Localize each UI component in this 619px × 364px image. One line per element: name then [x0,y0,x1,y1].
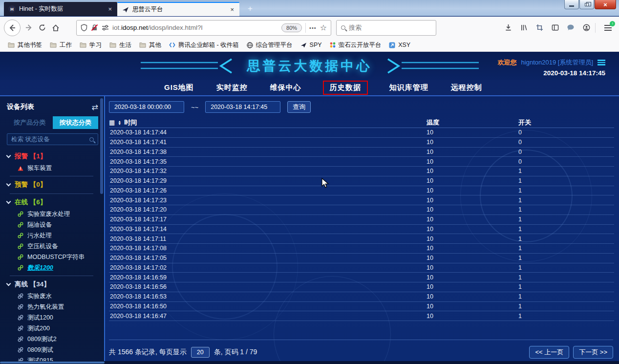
close-window-button[interactable]: × [595,0,616,9]
table-row[interactable]: 2020-03-18 14:17:08101 [109,244,614,254]
table-row[interactable]: 2020-03-18 14:17:02101 [109,263,614,273]
sidebar-scrollbar-thumb[interactable] [100,98,103,194]
device-item[interactable]: 数采1200 [7,262,98,273]
horizontal-scrollbar[interactable] [0,361,619,364]
bookmark-item[interactable]: 综合管理平台 [244,40,296,51]
table-row[interactable]: 2020-03-18 14:17:05101 [109,254,614,263]
horizontal-scrollbar-thumb[interactable] [0,362,105,364]
device-group-header[interactable]: 在线 【6】 [7,196,98,209]
menu-icon[interactable]: ↑ [600,21,615,35]
list-menu-icon[interactable] [598,60,605,65]
swap-icon[interactable]: ⇄ [92,103,98,112]
device-item[interactable]: 空压机设备 [7,241,98,252]
library-icon[interactable] [517,21,531,35]
device-group-header[interactable]: 报警 【1】 [7,150,98,163]
bookmark-item[interactable]: 腾讯企业邮箱 - 收件箱 [166,40,242,51]
restore-button[interactable] [579,0,594,9]
bookmark-item[interactable]: 其他 [136,40,164,51]
screenshot-icon[interactable] [533,21,546,35]
app-nav-item[interactable]: 历史数据 [323,81,368,95]
device-item[interactable]: 0809测试 [7,344,98,355]
bookmark-item[interactable]: SPY [298,40,325,50]
bookmark-item[interactable]: 生活 [107,40,134,51]
column-header-temperature[interactable]: 温度 [427,118,439,127]
end-datetime-input[interactable]: 2020-03-18 14:17:45 [205,101,280,113]
download-icon[interactable] [501,21,515,35]
column-header-switch[interactable]: 开关 [518,118,531,127]
table-row[interactable]: 2020-03-18 14:17:20101 [109,205,614,215]
bookmark-item[interactable]: 萤石云开放平台 [327,40,384,51]
insecure-lock-icon[interactable] [91,24,98,31]
table-row[interactable]: 2020-03-18 14:16:47101 [109,311,614,321]
zoom-level-badge[interactable]: 80% [281,23,302,32]
app-nav-item[interactable]: 维保中心 [269,81,302,94]
logged-in-user[interactable]: hignton2019 [系统管理员] [521,58,593,67]
device-group-header[interactable]: 预警 【0】 [7,178,98,191]
device-item[interactable]: 测试200 [7,323,98,334]
device-item[interactable]: 测试1200 [7,312,98,323]
back-icon[interactable] [4,20,21,36]
search-input[interactable]: 搜索 [336,20,436,36]
bookmark-star-icon[interactable]: ☆ [320,23,327,32]
permissions-icon[interactable] [102,24,109,31]
bookmark-item[interactable]: 学习 [77,40,105,51]
device-item[interactable]: 实验室废水处理 [7,209,98,219]
table-row[interactable]: 2020-03-18 14:17:32101 [109,167,614,176]
start-datetime-input[interactable]: 2020-03-18 00:00:00 [109,101,184,113]
table-row[interactable]: 2020-03-18 14:16:53101 [109,292,614,302]
minimize-button[interactable] [564,0,579,9]
url-text[interactable]: iot.idosp.net/idosp/index.html?l [112,24,278,31]
grid-icon[interactable]: ▦ [109,119,115,126]
table-row[interactable]: 2020-03-18 14:17:29101 [109,176,614,186]
url-bar[interactable]: iot.idosp.net/idosp/index.html?l 80% •••… [76,20,331,36]
browser-tab-hinet[interactable]: H Hinet - 实时数据 × [4,2,117,16]
table-row[interactable]: 2020-03-18 14:17:44100 [109,128,614,138]
table-row[interactable]: 2020-03-18 14:17:35100 [109,157,614,167]
sidebar-toggle-icon[interactable] [548,21,562,35]
table-row[interactable]: 2020-03-18 14:17:23101 [109,195,614,205]
table-row[interactable]: 2020-03-18 14:17:14101 [109,225,614,235]
next-page-button[interactable]: 下一页 >> [573,346,613,359]
device-item[interactable]: MODBUSTCP字符串 [7,252,98,262]
close-tab-icon[interactable]: × [107,5,113,13]
bookmark-item[interactable]: 工作 [47,40,75,51]
table-row[interactable]: 2020-03-18 14:16:56101 [109,282,614,292]
bookmark-item[interactable]: 其他书签 [5,40,45,51]
device-item[interactable]: 隔油设备 [7,219,98,230]
table-row[interactable]: 2020-03-18 14:17:17101 [109,215,614,225]
app-nav-item[interactable]: 知识库管理 [388,81,429,94]
new-tab-button[interactable]: + [244,3,256,15]
chat-icon[interactable] [564,21,577,35]
home-icon[interactable] [49,21,63,35]
close-tab-icon[interactable]: × [229,6,235,13]
sidebar-tab-by-product[interactable]: 按产品分类 [7,116,53,129]
account-icon[interactable] [579,21,593,35]
forward-icon[interactable] [21,21,35,35]
device-item[interactable]: 污水处理 [7,230,98,241]
table-row[interactable]: 2020-03-18 14:16:59101 [109,273,614,282]
column-header-time[interactable]: 时间 [124,118,137,127]
page-size-input[interactable]: 20 [191,347,210,358]
shield-icon[interactable] [81,24,87,31]
prev-page-button[interactable]: << 上一页 [529,346,569,359]
device-item[interactable]: 热力氧化装置 [7,301,98,312]
browser-tab-sipu[interactable]: 思普云平台 × [117,2,239,16]
device-search-input[interactable]: 检索 状态设备 [7,133,98,145]
reload-icon[interactable] [35,21,49,35]
app-nav-item[interactable]: 远程控制 [450,81,483,94]
table-row[interactable]: 2020-03-18 14:16:50101 [109,302,614,312]
app-nav-item[interactable]: GIS地图 [163,81,195,94]
table-row[interactable]: 2020-03-18 14:17:38100 [109,148,614,157]
bookmark-item[interactable]: XSY [386,40,413,50]
table-row[interactable]: 2020-03-18 14:17:41100 [109,138,614,148]
device-item[interactable]: 猴车装置 [7,163,98,173]
app-nav-item[interactable]: 实时监控 [215,81,249,94]
query-button[interactable]: 查询 [287,101,311,113]
sort-icon[interactable]: ▲▼ [118,120,121,125]
table-row[interactable]: 2020-03-18 14:17:26101 [109,186,614,196]
table-row[interactable]: 2020-03-18 14:17:11101 [109,234,614,244]
page-actions-icon[interactable]: ••• [309,25,317,31]
device-item[interactable]: 实验废水 [7,291,98,301]
device-item[interactable]: 0809测试2 [7,334,98,344]
sidebar-tab-by-status[interactable]: 按状态分类 [53,116,99,129]
